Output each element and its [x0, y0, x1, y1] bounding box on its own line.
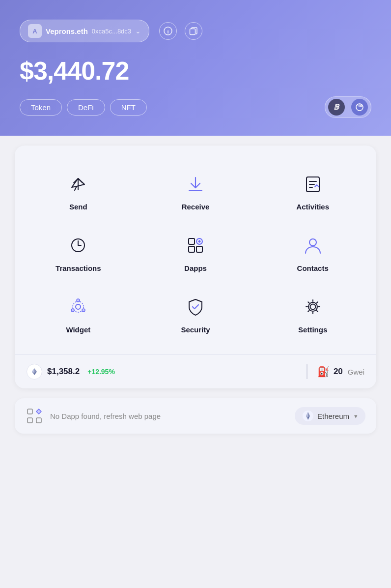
activities-icon [300, 171, 326, 197]
eth-change: +12.95% [87, 368, 115, 376]
svg-point-24 [310, 304, 315, 310]
chevron-down-icon: ⌄ [135, 27, 141, 35]
svg-rect-30 [28, 409, 32, 414]
network-name: Ethereum [317, 412, 349, 420]
gas-pump-icon: ⛽ [317, 366, 330, 378]
widget-icon [65, 294, 91, 320]
send-label: Send [69, 203, 87, 211]
svg-rect-32 [36, 418, 41, 423]
partner-b-logo: 𝔹 [328, 99, 345, 116]
balance-display: $3,440.72 [20, 56, 371, 86]
main-card: Send Receive [15, 146, 376, 388]
dapp-message: No Dapp found, refresh web page [50, 412, 288, 420]
wallet-address: 0xca5c...8dc3 [92, 28, 131, 35]
receive-label: Receive [182, 203, 210, 211]
eth-logo [27, 364, 42, 380]
svg-point-21 [77, 299, 80, 302]
partner-logos: 𝔹 [325, 96, 372, 118]
network-selector[interactable]: Ethereum ▾ [295, 407, 365, 425]
svg-rect-15 [189, 246, 195, 252]
tab-token[interactable]: Token [20, 99, 62, 116]
dapps-grid-icon [27, 408, 42, 424]
svg-rect-16 [196, 246, 202, 252]
wallet-avatar: A [28, 24, 42, 38]
svg-point-23 [71, 309, 74, 312]
wallet-name: Veprons.eth [46, 27, 88, 35]
info-icon: i [164, 27, 172, 35]
gas-unit: Gwei [348, 368, 364, 376]
eth-price: $1,358.2 [47, 367, 80, 377]
activities-label: Activities [296, 203, 329, 211]
ethereum-network-icon [303, 411, 313, 421]
send-button[interactable]: Send [20, 160, 137, 222]
header: A Veprons.eth 0xca5c...8dc3 ⌄ i $3,440.7… [0, 0, 391, 136]
eth-price-section: $1,358.2 +12.95% [27, 364, 297, 380]
receive-button[interactable]: Receive [137, 160, 254, 222]
transactions-button[interactable]: Transactions [20, 222, 137, 283]
receive-icon [183, 171, 208, 197]
dapp-grid-icon [26, 407, 43, 425]
gas-section: ⛽ 20 Gwei [317, 366, 364, 378]
activities-button[interactable]: Activities [254, 160, 371, 222]
settings-icon [300, 294, 326, 320]
security-label: Security [181, 325, 210, 334]
svg-point-22 [82, 309, 85, 312]
dapps-label: Dapps [184, 264, 207, 272]
contacts-button[interactable]: Contacts [254, 222, 371, 283]
svg-text:i: i [168, 29, 169, 34]
contacts-label: Contacts [297, 264, 329, 272]
dapps-button[interactable]: Dapps [137, 222, 254, 283]
transactions-label: Transactions [56, 264, 101, 272]
svg-point-18 [309, 239, 316, 246]
copy-icon [189, 27, 198, 35]
partner-chart-logo [351, 99, 368, 116]
transactions-icon [65, 233, 91, 258]
widget-label: Widget [66, 325, 90, 334]
partner-divider [348, 101, 349, 113]
stat-row: $1,358.2 +12.95% ⛽ 20 Gwei [15, 354, 376, 388]
dapps-icon [183, 233, 208, 258]
settings-button[interactable]: Settings [254, 283, 371, 345]
svg-point-19 [76, 304, 81, 309]
svg-rect-2 [190, 29, 196, 35]
wallet-selector[interactable]: A Veprons.eth 0xca5c...8dc3 ⌄ [20, 20, 149, 42]
gas-value: 20 [334, 367, 343, 377]
widget-button[interactable]: Widget [20, 283, 137, 345]
security-button[interactable]: Security [137, 283, 254, 345]
dapp-bar: No Dapp found, refresh web page Ethereum… [15, 398, 376, 434]
copy-button[interactable] [185, 22, 202, 40]
action-grid: Send Receive [15, 150, 376, 350]
send-icon [65, 171, 91, 197]
header-action-icons: i [159, 22, 202, 40]
tab-row: Token DeFi NFT 𝔹 [20, 96, 371, 118]
info-button[interactable]: i [159, 22, 177, 40]
network-chevron-icon: ▾ [354, 412, 358, 420]
chart-icon [355, 102, 364, 112]
contacts-icon [300, 233, 326, 258]
settings-label: Settings [298, 325, 327, 334]
svg-rect-14 [189, 238, 195, 244]
address-bar: A Veprons.eth 0xca5c...8dc3 ⌄ i [20, 20, 371, 42]
tab-nft[interactable]: NFT [110, 99, 147, 116]
stat-divider [307, 364, 307, 379]
tab-defi[interactable]: DeFi [67, 99, 105, 116]
ethereum-icon [30, 367, 39, 376]
security-icon [183, 294, 208, 320]
svg-rect-31 [28, 418, 32, 423]
